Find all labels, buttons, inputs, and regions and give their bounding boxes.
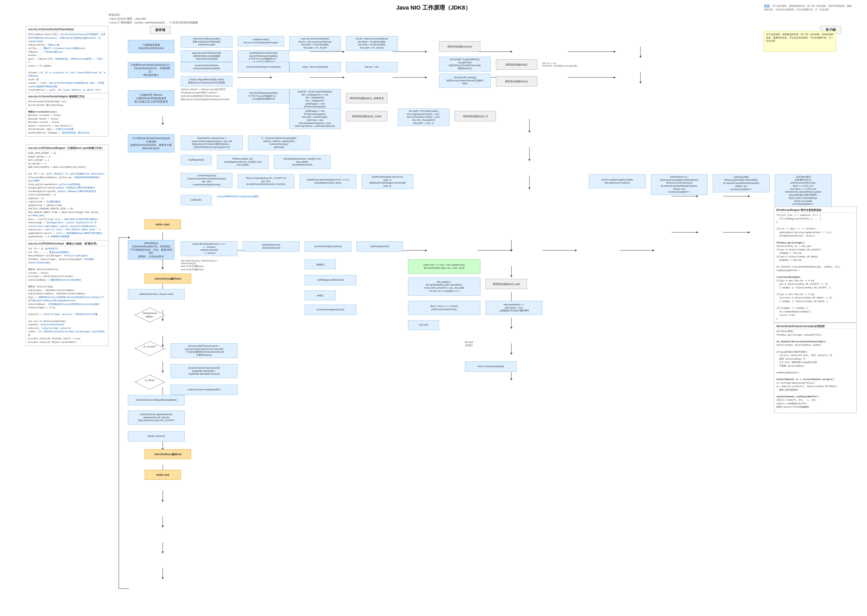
poll-wrapper-poll: pollWrapper.poll(timeout) xyxy=(305,275,356,285)
uskfr-text: 以fd为key查找如果事件已经>0pollKey.processEvents()… xyxy=(785,176,821,206)
ssc-accept: ServerSocketChannel server =(ServerSocke… xyxy=(170,343,238,358)
tfns-text: this.fd = Net.serverSocket(true)this.fdV… xyxy=(356,38,388,50)
this-ssc: this.ssc = ssc xyxy=(346,62,398,72)
svg-marker-55 xyxy=(135,308,165,322)
socket-channel-register: socketChannel.register(selector,Selectio… xyxy=(128,410,185,425)
ws-text: while start xyxy=(156,223,170,226)
we-text: while end xyxy=(156,473,169,476)
ssa-title: sun.nio.ch.ServerSocketAdaptor 描述接口方法 xyxy=(28,95,106,99)
this-ssc-note: this.ssc = sscthis.fdVal = fdVal(this.ss… xyxy=(542,62,594,67)
pf-text: pipeFds = IOUtil.makePipe(false);fd0 = (… xyxy=(298,90,333,108)
ssb-text: serverSocket.bind(newInetSocketAddress(8… xyxy=(193,64,220,70)
far-right-fd-to-key: 以fd为key查找fdToKey.get(Integer.valueOf(fd)… xyxy=(713,174,769,192)
selection-key-next: SelectionKey key = iterator.next() xyxy=(128,289,185,300)
step2-bind: 2.调用ServerSocketChannel(方法）（ServerSocket… xyxy=(128,62,174,78)
channel-translate-note: Channel将事件转化为 SelectionKey数组 xyxy=(217,195,258,198)
server-socket-adaptor-box: sun.nio.ch.ServerSocketAdaptor 描述接口方法 Se… xyxy=(26,93,109,137)
cs-text: 调用系统函数socket() xyxy=(447,45,472,48)
right-side-note: 对于这段源码，读取数据的时候，除了第一条件的路，还有其他两条路，视频里有涉及，可… xyxy=(764,31,836,52)
ssac-text: ServerSocketAdaptor.create(this) xyxy=(246,66,281,69)
pdq2-text: processDeregisterQueue() xyxy=(317,308,344,311)
lock-and-do-select: lockAndDoSelect(timeout == 0 ?-1 : timeo… xyxy=(181,241,238,256)
rsn-text: 对于这段源码，读取数据的时候，除了第一条件的路，还有其他两条路，视频里有涉及，可… xyxy=(766,33,834,42)
askr-text: k = (AbstractSelectionKey)registerselect… xyxy=(261,137,296,149)
abstract-selection-key-register: k = (AbstractSelectionKey)registerselect… xyxy=(248,135,310,150)
prereq-2: • Linux C 网络编程（socket, select/poll/epoll… xyxy=(109,20,198,25)
pdq1-text: processDeregisterQueue() xyxy=(314,245,342,248)
for-loop-update: for(int var2 = 0; var2 < this.updateCoun… xyxy=(408,259,480,273)
socket-channel-read: sockerChannel.read(byteBuffer) xyxy=(170,385,238,395)
svg-text:SelectionKeys: SelectionKeys xyxy=(142,312,157,314)
begin-text: begin() xyxy=(316,263,324,266)
frftk-text: 以fd为key查找fdToKey.get(Integer.valueOf(fd)… xyxy=(723,176,760,191)
s3-text: 2.创建管理 Selector主要Selector管理多路复用进入到真正意义的I… xyxy=(134,93,168,103)
esi-content: int fd = 12 epfd对应fd int fd1 = ...; 管道pi… xyxy=(28,247,106,344)
nbs-text: Net bind(fd, isa.getAddress(),isa.getPor… xyxy=(449,58,481,70)
id-text: implDeregister(sk) xyxy=(370,245,389,248)
ecs-text: 调用系统函数epoll_create xyxy=(352,115,381,118)
ssc-impl-title: sun.nio.ch.ServerSocketChannelImpl xyxy=(28,28,106,32)
prereq-label: 前提知识： xyxy=(109,13,198,17)
step4-register: 4.# if(ServerSocketChannel)走的注册流程如果Serve… xyxy=(128,134,174,152)
selector-provider: SelectorProvider.provider()获取与当前运行环境对应的S… xyxy=(181,36,233,48)
update-descriptions-right: SelectionKey so =(SelectionKeyImpl)getUn… xyxy=(651,174,708,195)
step3-selector: 2.创建管理 Selector主要Selector管理多路复用进入到真正意义的I… xyxy=(128,90,174,106)
main-title: Java NIO 工作原理（JDK8） xyxy=(396,4,471,12)
while-end-box: while end xyxy=(145,470,181,480)
prereq-1: • Java Socket 编程，Java Net xyxy=(109,17,198,20)
server-label-text: 服务端 xyxy=(155,28,165,32)
cfb-text: IOUtil.configureBlocking(fd, block)配置Ser… xyxy=(188,78,225,84)
pipe-fds: pipeFds = IOUtil.makePipe(false);fd0 = (… xyxy=(289,89,341,110)
sks-text: selectorKeys遍历start xyxy=(154,277,181,280)
prereqs: 前提知识： • Java Socket 编程，Java Net • Linux … xyxy=(109,13,198,25)
erd-content: for(int n=0; n < updated; n++) { if(isFd… xyxy=(776,214,854,321)
eelh-text: EpollArrayWrapper.eventsLowput(i, 0)或者Ep… xyxy=(369,176,406,188)
server-socket-bind: serverSocket.bind(newInetSocketAddress(8… xyxy=(181,62,233,72)
fd-to-key-put: fdToKey put(sk, sk);setUpdateEvents(var1… xyxy=(217,155,269,169)
pwp-text: pollWrapper.poll(timeout) xyxy=(318,278,343,282)
udr-text: SelectionKey so =(SelectionKeyImpl)getUn… xyxy=(660,176,699,193)
nsi-text: smgt = new SocketImpl() xyxy=(302,66,328,69)
k-interest-ops: k.interestOps(ops)Channel.translateAndSe… xyxy=(181,173,233,188)
translate-and-set-interest-ops-right: server.ni.patternregexp.updatethis.selec… xyxy=(589,174,646,189)
lads-text: lockAndDoSelect(timeout == 0 ?-1 : timeo… xyxy=(192,243,226,255)
epoll-create-syscall: 调用系统函数epoll_create xyxy=(346,111,387,121)
select-keys: select(keys)注意selectKeys的方法，并发情况下不是线程安全的… xyxy=(128,240,174,259)
return-num-updated: return numKeys(updated) xyxy=(465,361,516,372)
begin-node: begin() xyxy=(305,259,336,269)
nl-text: Net.listen(fd, backlog)如果ServerSocketCha… xyxy=(447,76,483,85)
video-link[interactable]: 视频 对于这段源码，读取数据的时候，除了第一条件的路，还有其他两条路，视频里有涉… xyxy=(764,4,851,11)
page-container: Java NIO 工作原理（JDK8） 视频 对于这段源码，读取数据的时候，除了… xyxy=(0,0,867,616)
tu-text: this.updated =this.epollWait(this.pollAr… xyxy=(424,281,464,293)
ssca-text: ServerSocketChannel server =(ServerSocke… xyxy=(184,345,224,357)
no-find-end: No find为找到 xyxy=(465,341,516,347)
svg-text:有事件?: 有事件? xyxy=(146,316,154,318)
sue-text: setUpdateEvents(var1, byte[0], true)keys… xyxy=(283,157,321,167)
end-node: end() xyxy=(305,291,336,300)
call-socket: 调用系统函数socket() xyxy=(439,41,480,52)
selector-keys-end: selectionKeys遍历end xyxy=(145,449,191,459)
ssad-content: 以fd为key查找: fdToKey.get(Integer.valueOf(f… xyxy=(776,330,854,409)
fd-to-key-put2: if(ops & SelectionKey.OP_ACCEPT) !0ops, … xyxy=(238,174,294,189)
eaw-title: sun.nio.ch.EPollArrayWrapper（主要是linux ep… xyxy=(28,146,106,151)
sca-text: (SocketChannel) key.channel()ByteBuffer … xyxy=(188,367,220,376)
update-selector-keys-far-right: 以fd为key查找如果事件已经>0pollKey.processEvents()… xyxy=(775,174,832,207)
rnu-text: return numKeys(updated) xyxy=(478,365,504,368)
s2-bind-text: 2.调用ServerSocketChannel(方法）（ServerSocket… xyxy=(130,63,173,77)
diamond-if-accept: IF_ACCEPT xyxy=(134,341,165,357)
diamond-if-read: IF_READ xyxy=(134,374,165,390)
ssa-content: ServerSocketChannelImpl ssc; ServerSocke… xyxy=(28,100,106,135)
call-epoll-wait: 调用系统函数epoll_wait xyxy=(486,279,527,289)
video-link-text[interactable]: 视频 xyxy=(764,4,769,7)
ossc-text: openServerSocketChannel()如果还没有provider就创… xyxy=(192,52,221,61)
if-ret-not-null: if(ret != NULL // != FITSET)pollKey.proc… xyxy=(408,301,480,315)
cew-text: 调用系统函数epoll_wait xyxy=(493,283,520,286)
server-socket-register: SelectionKey selectionKey = serverSocket… xyxy=(181,135,243,150)
while-start-box: while start xyxy=(145,220,181,229)
sk-text: select(keys)注意selectKeys的方法，并发情况下不是线程安全的… xyxy=(130,241,173,258)
pwn2-text: this.epfd = this.epollCreate()this.outgo… xyxy=(407,110,440,125)
irnn-text: if(ret != NULL // != FITSET)pollKey.proc… xyxy=(430,305,458,311)
ftkp-text: fdToKey put(sk, sk);setUpdateEvents(var1… xyxy=(224,157,262,167)
open-server-socket-channel: openServerSocketChannel()如果还没有provider就创… xyxy=(181,50,233,62)
cl-text: 调用系统函数listen() xyxy=(505,80,528,83)
